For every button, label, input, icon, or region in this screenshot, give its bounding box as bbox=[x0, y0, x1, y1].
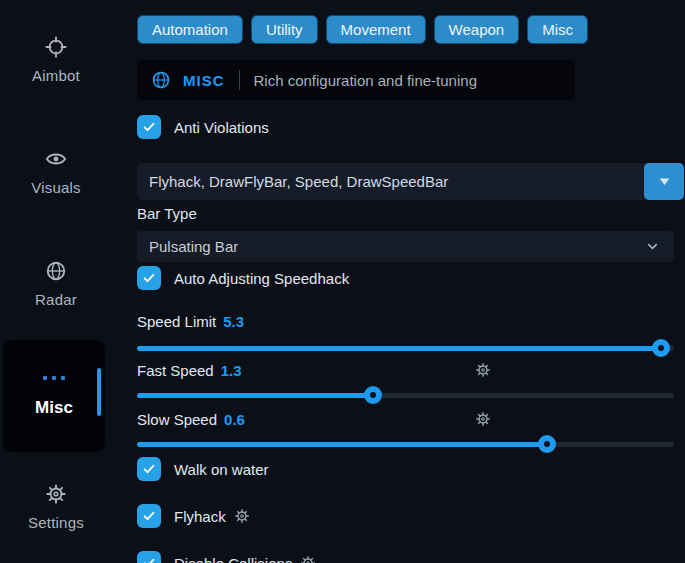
checkmark-icon bbox=[142, 509, 156, 523]
anti-violations-label: Anti Violations bbox=[174, 119, 269, 136]
violations-multiselect-value: Flyhack, DrawFlyBar, Speed, DrawSpeedBar bbox=[137, 173, 644, 190]
eye-icon bbox=[45, 148, 67, 174]
mod-menu-window: { "colors": { "accent": "#1d9bf0", "tab_… bbox=[0, 0, 685, 563]
header-divider bbox=[239, 70, 240, 90]
sidebar: Aimbot Visuals Radar Misc bbox=[0, 0, 112, 563]
slider-value: 0.6 bbox=[224, 411, 245, 428]
tab-misc[interactable]: Misc bbox=[527, 15, 588, 44]
globe-icon bbox=[151, 70, 171, 90]
category-tabs: Automation Utility Movement Weapon Misc bbox=[137, 15, 588, 44]
speed-limit-slider[interactable] bbox=[137, 339, 674, 357]
tab-weapon[interactable]: Weapon bbox=[434, 15, 520, 44]
sidebar-item-visuals[interactable]: Visuals bbox=[0, 148, 112, 196]
anti-violations-row: Anti Violations bbox=[137, 114, 269, 140]
chevron-down-icon bbox=[645, 239, 660, 254]
section-subtitle: Rich configuration and fine-tuning bbox=[254, 72, 477, 89]
speed-limit-label: Speed Limit 5.3 bbox=[137, 313, 244, 330]
sidebar-item-misc-active[interactable]: Misc bbox=[3, 340, 105, 452]
bar-type-select[interactable]: Pulsating Bar bbox=[137, 231, 674, 262]
slider-value: 1.3 bbox=[221, 362, 242, 379]
checkmark-icon bbox=[142, 462, 156, 476]
section-header: MISC Rich configuration and fine-tuning bbox=[137, 60, 575, 100]
tab-automation[interactable]: Automation bbox=[137, 15, 243, 44]
checkmark-icon bbox=[142, 271, 156, 285]
slider-fill bbox=[137, 393, 373, 398]
slider-fill bbox=[137, 346, 661, 351]
slider-name: Speed Limit bbox=[137, 313, 216, 330]
disable-collisions-checkbox[interactable] bbox=[137, 551, 161, 563]
auto-adjusting-row: Auto Adjusting Speedhack bbox=[137, 265, 349, 291]
anti-violations-checkbox[interactable] bbox=[137, 115, 161, 139]
disable-collisions-label: Disable Collisions bbox=[174, 555, 292, 563]
fast-speed-gear-icon[interactable] bbox=[475, 362, 491, 382]
gear-icon bbox=[45, 483, 67, 509]
sidebar-item-label: Aimbot bbox=[32, 67, 80, 84]
flyhack-label: Flyhack bbox=[174, 508, 226, 525]
ellipsis-icon bbox=[3, 376, 105, 380]
flyhack-gear-icon[interactable] bbox=[234, 508, 250, 524]
slow-speed-slider[interactable] bbox=[137, 435, 674, 453]
tab-utility[interactable]: Utility bbox=[251, 15, 318, 44]
sidebar-item-settings[interactable]: Settings bbox=[0, 483, 112, 531]
slider-value: 5.3 bbox=[223, 313, 244, 330]
walk-on-water-checkbox[interactable] bbox=[137, 457, 161, 481]
tab-movement[interactable]: Movement bbox=[326, 15, 426, 44]
slider-name: Fast Speed bbox=[137, 362, 214, 379]
section-title: MISC bbox=[183, 72, 225, 89]
walk-on-water-row: Walk on water bbox=[137, 456, 268, 482]
slider-handle[interactable] bbox=[652, 339, 670, 357]
slider-name: Slow Speed bbox=[137, 411, 217, 428]
sidebar-item-label: Settings bbox=[28, 514, 84, 531]
slow-speed-label: Slow Speed 0.6 bbox=[137, 411, 245, 428]
sidebar-item-radar[interactable]: Radar bbox=[0, 260, 112, 308]
violations-multiselect[interactable]: Flyhack, DrawFlyBar, Speed, DrawSpeedBar bbox=[137, 163, 684, 200]
flyhack-row: Flyhack bbox=[137, 503, 250, 529]
sidebar-item-label: Radar bbox=[35, 291, 77, 308]
crosshair-icon bbox=[45, 36, 67, 62]
slider-handle[interactable] bbox=[538, 435, 556, 453]
auto-adjusting-label: Auto Adjusting Speedhack bbox=[174, 270, 349, 287]
multiselect-open-button[interactable] bbox=[644, 163, 684, 200]
globe-icon bbox=[45, 260, 67, 286]
slider-fill bbox=[137, 442, 547, 447]
sidebar-item-label: Misc bbox=[3, 398, 105, 418]
auto-adjusting-checkbox[interactable] bbox=[137, 266, 161, 290]
main-panel: Automation Utility Movement Weapon Misc … bbox=[137, 0, 685, 563]
fast-speed-slider[interactable] bbox=[137, 386, 674, 404]
checkmark-icon bbox=[142, 556, 156, 563]
sidebar-item-aimbot[interactable]: Aimbot bbox=[0, 36, 112, 84]
sidebar-item-label: Visuals bbox=[31, 179, 80, 196]
triangle-down-icon bbox=[657, 176, 672, 188]
flyhack-checkbox[interactable] bbox=[137, 504, 161, 528]
checkmark-icon bbox=[142, 120, 156, 134]
slider-handle[interactable] bbox=[364, 386, 382, 404]
walk-on-water-label: Walk on water bbox=[174, 461, 268, 478]
bar-type-label: Bar Type bbox=[137, 205, 197, 222]
disable-collisions-row: Disable Collisions bbox=[137, 550, 316, 563]
slow-speed-gear-icon[interactable] bbox=[475, 411, 491, 431]
active-indicator-bar bbox=[97, 368, 101, 416]
bar-type-value: Pulsating Bar bbox=[149, 238, 238, 255]
disable-collisions-gear-icon[interactable] bbox=[300, 555, 316, 563]
fast-speed-label: Fast Speed 1.3 bbox=[137, 362, 242, 379]
